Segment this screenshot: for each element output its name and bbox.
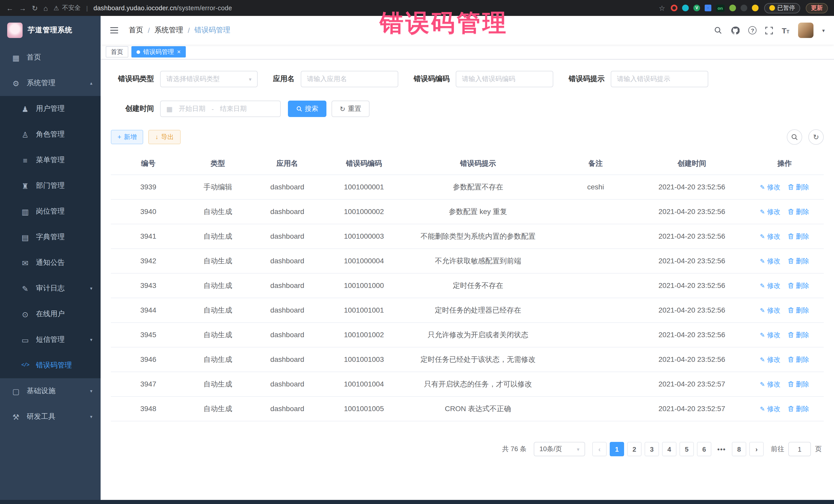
- page-button-5[interactable]: 5: [680, 442, 694, 456]
- trash-icon: [788, 233, 794, 240]
- app-logo[interactable]: 芋道管理系统: [0, 16, 101, 45]
- delete-button[interactable]: 删除: [788, 182, 809, 193]
- toggle-search-button[interactable]: [787, 129, 802, 145]
- puzzle-extension-icon[interactable]: [740, 5, 747, 11]
- search-icon[interactable]: [714, 26, 722, 35]
- breadcrumb-home[interactable]: 首页: [129, 26, 143, 35]
- goto-page-input[interactable]: [788, 442, 811, 456]
- edit-button[interactable]: ✎修改: [760, 305, 781, 316]
- delete-button[interactable]: 删除: [788, 305, 809, 316]
- cell-time: 2021-04-20 23:52:56: [638, 224, 745, 248]
- cell-remark: [553, 279, 638, 292]
- edit-button[interactable]: ✎修改: [760, 182, 781, 193]
- page-button-3[interactable]: 3: [644, 442, 659, 456]
- sidebar-item-dept-mgmt[interactable]: ♜部门管理: [0, 173, 101, 199]
- home-icon[interactable]: ⌂: [43, 4, 48, 12]
- edit-button[interactable]: ✎修改: [760, 329, 781, 340]
- github-icon[interactable]: [731, 26, 740, 35]
- leaf-extension-icon[interactable]: [729, 5, 736, 11]
- role-icon: ♙: [20, 131, 31, 138]
- address-bar[interactable]: dashboard.yudao.iocoder.cn/system/error-…: [93, 4, 232, 12]
- sidebar-item-label: 首页: [27, 53, 41, 62]
- fullscreen-icon[interactable]: [766, 26, 773, 34]
- add-button[interactable]: + 新增: [111, 130, 144, 144]
- sidebar-item-dict-mgmt[interactable]: ▤字典管理: [0, 224, 101, 250]
- date-range-picker[interactable]: ▦ 开始日期 - 结束日期: [160, 101, 281, 117]
- edit-button[interactable]: ✎修改: [760, 379, 781, 390]
- table-row: 3941自动生成dashboard1001000003不能删除类型为系统内置的参…: [111, 224, 824, 249]
- errcode-icon: </>: [20, 363, 31, 368]
- collapse-sidebar-icon[interactable]: [110, 27, 118, 34]
- page-size-select[interactable]: 10条/页 ▾: [534, 442, 585, 456]
- extension-icon[interactable]: [682, 5, 689, 11]
- delete-button[interactable]: 删除: [788, 256, 809, 266]
- cell-hint: 参数配置不存在: [403, 175, 553, 199]
- delete-button[interactable]: 删除: [788, 379, 809, 390]
- vue-extension-icon[interactable]: V: [694, 5, 700, 11]
- page-button-8[interactable]: 8: [732, 442, 746, 456]
- page-button-6[interactable]: 6: [697, 442, 711, 456]
- profile-avatar-icon[interactable]: [752, 5, 758, 11]
- edit-button[interactable]: ✎修改: [760, 403, 781, 414]
- breadcrumb-system[interactable]: 系统管理: [154, 26, 183, 35]
- reset-button[interactable]: ↻ 重置: [332, 101, 370, 117]
- edit-button[interactable]: ✎修改: [760, 231, 781, 242]
- delete-button[interactable]: 删除: [788, 280, 809, 291]
- export-button[interactable]: ↓ 导出: [149, 130, 181, 144]
- sidebar-item-infrastructure[interactable]: ▢基础设施▾: [0, 378, 101, 404]
- code-input[interactable]: 请输入错误码编码: [456, 71, 553, 87]
- update-button[interactable]: 更新: [806, 3, 828, 13]
- sidebar-item-notice[interactable]: ✉通知公告: [0, 250, 101, 276]
- edit-button[interactable]: ✎修改: [760, 256, 781, 266]
- delete-button[interactable]: 删除: [788, 206, 809, 217]
- record-extension-icon[interactable]: [671, 5, 678, 11]
- sidebar-item-system[interactable]: ⚙系统管理▴: [0, 70, 101, 96]
- page-button-2[interactable]: 2: [627, 442, 641, 456]
- system-icon: ⚙: [10, 79, 22, 87]
- tab-error-code[interactable]: 错误码管理 ×: [131, 46, 186, 58]
- prev-page-button[interactable]: ‹: [592, 442, 607, 456]
- on-badge-extension-icon[interactable]: on: [716, 4, 724, 12]
- sidebar-item-home[interactable]: ▦首页: [0, 45, 101, 70]
- font-size-icon[interactable]: TT: [782, 26, 789, 34]
- sidebar-item-audit-log[interactable]: ✎审计日志▾: [0, 276, 101, 301]
- grid-extension-icon[interactable]: [705, 5, 711, 11]
- next-page-button[interactable]: ›: [749, 442, 764, 456]
- edit-button[interactable]: ✎修改: [760, 280, 781, 291]
- delete-button[interactable]: 删除: [788, 329, 809, 340]
- delete-button[interactable]: 删除: [788, 403, 809, 414]
- sidebar-item-post-mgmt[interactable]: ▥岗位管理: [0, 199, 101, 224]
- paused-badge[interactable]: 已暂停: [764, 3, 800, 13]
- delete-button[interactable]: 删除: [788, 231, 809, 242]
- user-avatar[interactable]: [798, 23, 813, 38]
- search-button[interactable]: 搜索: [288, 101, 326, 117]
- tab-home[interactable]: 首页: [106, 46, 128, 58]
- close-tab-icon[interactable]: ×: [177, 49, 181, 55]
- sidebar-item-online-users[interactable]: ⊙在线用户: [0, 301, 101, 327]
- refresh-table-button[interactable]: ↻: [808, 129, 824, 145]
- app-input[interactable]: 请输入应用名: [301, 71, 398, 87]
- pager-ellipsis[interactable]: •••: [715, 442, 729, 456]
- type-select[interactable]: 请选择错误码类型 ▾: [160, 71, 258, 87]
- column-header: 操作: [745, 153, 824, 175]
- bookmark-star-icon[interactable]: ☆: [659, 4, 665, 12]
- cell-app: dashboard: [250, 249, 325, 273]
- delete-button[interactable]: 删除: [788, 354, 809, 365]
- forward-icon[interactable]: →: [19, 4, 26, 12]
- back-icon[interactable]: ←: [6, 4, 13, 12]
- edit-button[interactable]: ✎修改: [760, 354, 781, 365]
- hint-input[interactable]: 请输入错误码提示: [611, 71, 708, 87]
- security-indicator[interactable]: ⚠ 不安全: [53, 4, 81, 12]
- sidebar-item-sms-mgmt[interactable]: ▭短信管理▾: [0, 327, 101, 353]
- sidebar-item-role-mgmt[interactable]: ♙角色管理: [0, 122, 101, 147]
- page-button-4[interactable]: 4: [662, 442, 676, 456]
- edit-button[interactable]: ✎修改: [760, 206, 781, 217]
- sidebar-item-user-mgmt[interactable]: ♟用户管理: [0, 96, 101, 122]
- user-menu-caret-icon[interactable]: ▾: [822, 27, 825, 33]
- sidebar-item-error-code-mgmt[interactable]: </>错误码管理: [0, 353, 101, 378]
- sidebar-item-dev-tools[interactable]: ⚒研发工具▾: [0, 404, 101, 430]
- reload-icon[interactable]: ↻: [32, 4, 38, 12]
- help-icon[interactable]: ?: [749, 26, 757, 35]
- sidebar-item-menu-mgmt[interactable]: ≡菜单管理: [0, 147, 101, 173]
- page-button-1[interactable]: 1: [610, 442, 624, 456]
